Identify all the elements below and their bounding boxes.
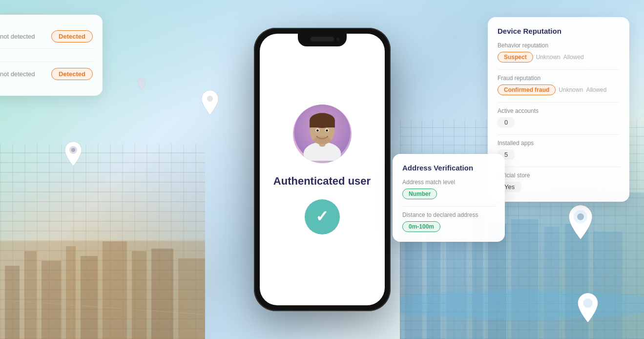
checkmark-circle: ✓ <box>305 199 340 234</box>
address-match-label: Address match level <box>402 179 495 186</box>
fraud-rep-badges: Confirmed fraud Unknown Allowed <box>498 85 620 95</box>
active-accounts-section: Active accounts 0 <box>498 107 620 127</box>
left-detection-card: not detected Detected not detected Detec… <box>0 15 103 96</box>
svg-rect-19 <box>544 227 560 339</box>
svg-rect-13 <box>405 227 422 339</box>
map-pin-left <box>63 142 83 166</box>
left-card-row-2 <box>0 49 93 62</box>
svg-rect-35 <box>310 121 335 127</box>
installed-apps-section: Installed apps 5 <box>498 140 620 160</box>
behavior-rep-badges: Suspect Unknown Allowed <box>498 52 620 63</box>
svg-point-25 <box>71 148 75 152</box>
phone-screen: Authenticated user ✓ <box>260 34 385 305</box>
svg-point-22 <box>400 290 644 319</box>
map-pin-right-bottom <box>576 293 600 322</box>
device-rep-title: Device Reputation <box>498 27 620 35</box>
badge-allowed-behavior: Allowed <box>563 54 584 61</box>
behavior-reputation-section: Behavior reputation Suspect Unknown Allo… <box>498 42 620 63</box>
distance-value: 0m-100m <box>402 221 440 232</box>
svg-rect-3 <box>42 261 61 339</box>
svg-rect-5 <box>81 256 98 339</box>
fraud-rep-label: Fraud reputation <box>498 75 620 82</box>
svg-rect-4 <box>66 246 76 339</box>
checkmark-icon: ✓ <box>315 207 329 226</box>
svg-point-39 <box>326 129 328 132</box>
svg-rect-7 <box>132 251 146 339</box>
fraud-reputation-section: Fraud reputation Confirmed fraud Unknown… <box>498 75 620 95</box>
svg-rect-8 <box>151 249 173 339</box>
svg-point-29 <box>583 298 592 308</box>
official-store-section: Official store Yes <box>498 172 620 192</box>
map-pin-center-top <box>200 90 220 115</box>
official-store-label: Official store <box>498 172 620 179</box>
svg-rect-6 <box>103 241 127 339</box>
distance-label: Distance to declared address <box>402 212 495 218</box>
city-left <box>0 144 205 339</box>
phone-notch-camera <box>336 38 340 41</box>
address-divider <box>402 206 495 207</box>
left-card-row-1: not detected Detected <box>0 24 93 49</box>
device-reputation-card: Device Reputation Behavior reputation Su… <box>488 17 629 202</box>
behavior-rep-label: Behavior reputation <box>498 42 620 49</box>
divider-1 <box>498 69 620 70</box>
map-pin-small-left <box>137 78 146 90</box>
left-row-1-badge: Detected <box>51 30 93 42</box>
installed-apps-label: Installed apps <box>498 140 620 147</box>
badge-unknown-fraud: Unknown <box>559 86 583 93</box>
divider-3 <box>498 134 620 135</box>
svg-point-28 <box>577 213 584 220</box>
active-accounts-value: 0 <box>498 117 515 127</box>
auth-title: Authenticated user <box>273 175 371 188</box>
svg-rect-18 <box>511 219 538 339</box>
svg-rect-21 <box>593 232 623 339</box>
svg-point-38 <box>316 129 319 132</box>
svg-rect-1 <box>5 266 20 339</box>
svg-point-40 <box>313 136 331 144</box>
svg-rect-9 <box>178 258 205 339</box>
left-row-3-badge: Detected <box>51 68 93 80</box>
badge-allowed-fraud: Allowed <box>586 86 606 93</box>
buildings-svg-left <box>0 144 205 339</box>
avatar-svg <box>293 105 352 161</box>
distance-section: Distance to declared address 0m-100m <box>402 212 495 232</box>
badge-confirmed-fraud: Confirmed fraud <box>498 85 556 95</box>
badge-unknown-behavior: Unknown <box>536 54 561 61</box>
left-row-3-label: not detected <box>0 70 35 78</box>
person-figure <box>293 105 352 163</box>
phone-mockup: Authenticated user ✓ <box>254 28 391 311</box>
badge-suspect: Suspect <box>498 52 533 63</box>
divider-2 <box>498 102 620 103</box>
active-accounts-label: Active accounts <box>498 107 620 114</box>
phone-notch-speaker <box>310 37 334 42</box>
address-match-value: Number <box>402 189 437 199</box>
left-card-row-3: not detected Detected <box>0 62 93 86</box>
user-avatar <box>293 105 352 163</box>
address-card-title: Address Verification <box>402 164 495 172</box>
left-row-1-label: not detected <box>0 33 35 40</box>
phone-notch <box>298 34 347 46</box>
left-row-2-empty <box>0 52 1 59</box>
map-pin-right-large <box>566 205 595 239</box>
address-match-section: Address match level Number <box>402 179 495 199</box>
phone-frame: Authenticated user ✓ <box>254 28 391 311</box>
svg-point-26 <box>207 96 213 102</box>
address-verification-card: Address Verification Address match level… <box>393 154 505 242</box>
svg-rect-2 <box>24 251 37 339</box>
divider-4 <box>498 167 620 167</box>
